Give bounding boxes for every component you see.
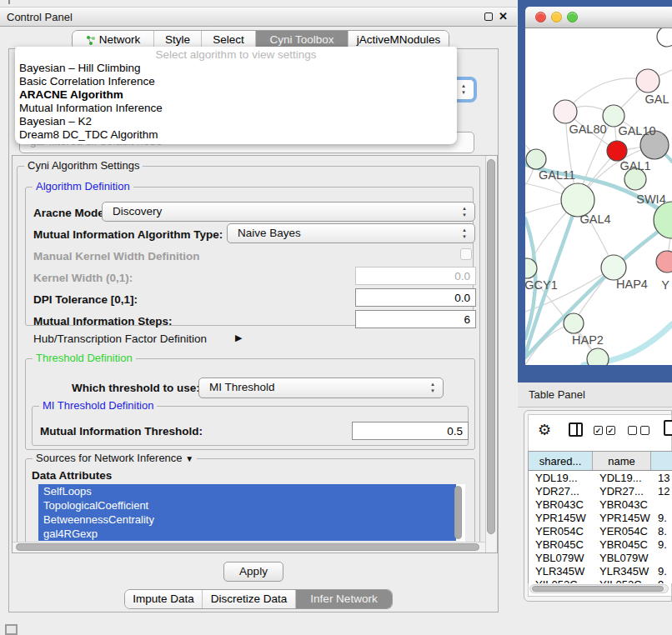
close-traffic-light[interactable] xyxy=(535,12,546,22)
cell: YBR043C xyxy=(529,498,593,512)
list-item[interactable]: TopologicalCoefficient xyxy=(38,498,456,512)
list-item[interactable]: BetweennessCentrality xyxy=(38,512,456,527)
cell: YBR045C xyxy=(593,538,651,552)
network-window-titlebar[interactable] xyxy=(525,7,672,28)
cell: 13 xyxy=(651,472,672,485)
cell: YBR043C xyxy=(593,498,651,512)
zoom-traffic-light[interactable] xyxy=(567,12,578,22)
cell: YDR27... xyxy=(593,485,651,498)
list-item[interactable]: gal4RGexp xyxy=(38,527,456,541)
algorithm-dropdown: Select algorithm to view settings Bayesi… xyxy=(15,47,457,144)
node-label: GCY1 xyxy=(525,278,558,292)
tab-infer-network[interactable]: Infer Network xyxy=(295,590,392,608)
manual-kernel-width-checkbox[interactable] xyxy=(460,248,472,260)
sources-legend[interactable]: Sources for Network Inference ▼ xyxy=(33,452,197,464)
mi-threshold-field[interactable]: 0.5 xyxy=(352,422,469,440)
network-canvas[interactable]: GAL GAL80 GAL10 GAL1 GAL11 SWI4 GAL4 GCY… xyxy=(525,28,672,365)
aracne-mode-value: Discovery xyxy=(113,202,162,221)
mi-steps-field[interactable]: 6 xyxy=(355,310,476,328)
table-row[interactable]: YPR145W YPR145W 9. xyxy=(529,512,672,525)
table-hscrollbar-thumb[interactable] xyxy=(532,586,664,592)
which-threshold-value: MI Threshold xyxy=(209,378,275,397)
table-row[interactable]: YBR043C YBR043C xyxy=(529,498,672,512)
node-label: GAL80 xyxy=(569,122,606,136)
node xyxy=(657,28,672,47)
combo-arrows-icon: ▴▾ xyxy=(460,205,469,218)
dropdown-item[interactable]: Bayesian – Hill Climbing xyxy=(15,62,457,75)
cell: 9. xyxy=(651,538,672,552)
table-row[interactable]: YLR345W YLR345W 9. xyxy=(529,565,672,578)
table-panel-title: Table Panel xyxy=(529,388,585,401)
hub-definition-label[interactable]: Hub/Transcription Factor Definition xyxy=(33,332,207,345)
dropdown-item[interactable]: Mutual Information Inference xyxy=(15,102,457,115)
node-gal4 xyxy=(561,183,594,217)
select-all-checkbox-icon[interactable]: ✓ xyxy=(594,426,603,435)
screen: Control Panel ✕ ▴▾ gal-filtered sif defa… xyxy=(0,0,672,635)
node xyxy=(587,348,609,365)
cyni-algorithm-settings-legend: Cyni Algorithm Settings xyxy=(24,159,143,172)
aracne-mode-label: Aracne Mode: xyxy=(33,207,108,219)
close-icon[interactable]: ✕ xyxy=(499,10,508,22)
bottom-tab-strip: Impute Data Discretize Data Infer Networ… xyxy=(124,589,393,609)
sources-legend-text: Sources for Network Inference xyxy=(36,452,183,464)
node-label: HAP2 xyxy=(572,333,604,347)
cell: YLR345W xyxy=(529,565,593,578)
cell: YPR145W xyxy=(593,512,651,525)
deselect-all-checkbox-icon[interactable] xyxy=(640,426,649,435)
node-gal-top xyxy=(636,69,659,92)
document-icon[interactable] xyxy=(664,420,672,436)
table-row[interactable]: YDL19... YDL19... 13 xyxy=(529,472,672,485)
threshold-definition-legend: Threshold Definition xyxy=(33,352,136,364)
select-all-checkbox-icon[interactable]: ✓ xyxy=(606,426,615,435)
dropdown-item[interactable]: Bayesian – K2 xyxy=(15,115,457,128)
mi-algorithm-type-combobox[interactable]: Naive Bayes ▴▾ xyxy=(227,223,475,243)
dpi-tolerance-field[interactable]: 0.0 xyxy=(355,288,476,307)
collapse-down-icon: ▼ xyxy=(185,454,193,463)
node-label: GAL1 xyxy=(619,159,650,172)
settings-scrollpane: Cyni Algorithm Settings Algorithm Defini… xyxy=(12,155,498,553)
apply-button[interactable]: Apply xyxy=(223,562,283,582)
tab-discretize-data[interactable]: Discretize Data xyxy=(202,590,295,608)
column-header-shared-name[interactable]: shared... xyxy=(529,452,593,471)
tab-impute-data[interactable]: Impute Data xyxy=(125,590,202,608)
cell: YBL079W xyxy=(529,552,593,565)
vertical-scrollbar-thumb[interactable] xyxy=(487,159,495,534)
node-table: shared... name YDL19... YDL19... 13 YDR2… xyxy=(528,451,672,583)
table-row[interactable]: YBR045C YBR045C 9. xyxy=(529,538,672,552)
network-window: GAL GAL80 GAL10 GAL1 GAL11 SWI4 GAL4 GCY… xyxy=(525,7,672,365)
control-panel-title: Control Panel xyxy=(7,11,73,23)
which-threshold-combobox[interactable]: MI Threshold ▴▾ xyxy=(198,378,444,398)
dropdown-item-selected[interactable]: ARACNE Algorithm xyxy=(15,88,457,102)
horizontal-scrollbar-thumb[interactable] xyxy=(16,543,479,551)
table-row[interactable]: YBL079W YBL079W xyxy=(529,552,672,565)
combo-arrows-icon: ▴▾ xyxy=(429,381,437,394)
table-row[interactable]: YDR27... YDR27... 12 xyxy=(529,485,672,498)
cell: YDL19... xyxy=(529,472,593,485)
columns-icon[interactable] xyxy=(569,422,583,437)
aracne-mode-combobox[interactable]: Discovery ▴▾ xyxy=(102,202,475,222)
list-item[interactable]: SelfLoops xyxy=(38,484,456,498)
expand-right-icon[interactable]: ▶ xyxy=(235,332,242,343)
dropdown-item[interactable]: Dream8 DC_TDC Algorithm xyxy=(15,128,457,142)
cell: 8. xyxy=(651,525,672,538)
table-panel-titlebar: Table Panel xyxy=(518,382,672,408)
node-label: Y xyxy=(661,278,669,292)
gear-icon[interactable]: ⚙ xyxy=(538,421,551,439)
table-row[interactable]: YER054C YER054C 8. xyxy=(529,525,672,538)
node-label: SWI4 xyxy=(636,192,665,206)
mi-threshold-label: Mutual Information Threshold: xyxy=(40,425,203,438)
kernel-width-field[interactable]: 0.0 xyxy=(355,267,476,285)
node-gal11 xyxy=(526,149,546,169)
node-label: GAL xyxy=(644,92,669,106)
dropdown-header: Select algorithm to view settings xyxy=(15,47,457,62)
node-label: GAL4 xyxy=(579,212,610,226)
list-scrollbar[interactable] xyxy=(454,486,462,539)
table-row[interactable]: YIL052C YIL052C 9. xyxy=(529,578,672,583)
panel-grip-icon[interactable] xyxy=(5,624,18,635)
minimize-traffic-light[interactable] xyxy=(551,12,562,22)
column-header-partial[interactable] xyxy=(651,452,672,471)
float-window-icon[interactable] xyxy=(484,12,493,21)
deselect-all-checkbox-icon[interactable] xyxy=(628,426,637,435)
dropdown-item[interactable]: Basic Correlation Inference xyxy=(15,75,457,88)
column-header-name[interactable]: name xyxy=(593,452,651,471)
